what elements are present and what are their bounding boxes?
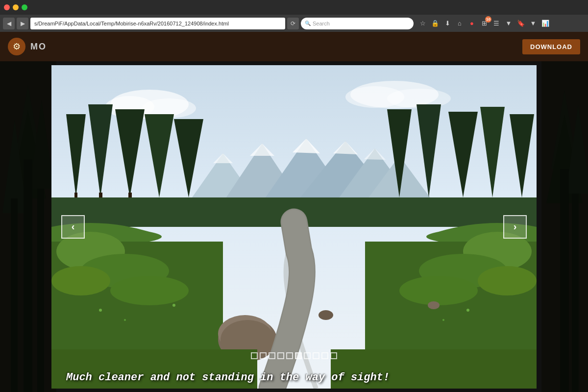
- window-maximize-btn[interactable]: [22, 4, 27, 10]
- carousel-next-button[interactable]: ›: [503, 215, 527, 239]
- toolbar-icons: ☆ 🔒 ⬇ ⌂ ● ⊞ 10 ☰ ▼ 🔖 ▼ 📊: [417, 18, 551, 29]
- download-arrow-icon[interactable]: ⬇: [442, 18, 453, 29]
- svg-point-66: [466, 309, 469, 312]
- svg-rect-6: [11, 198, 18, 392]
- app-title: MO: [30, 42, 47, 52]
- search-placeholder: Search: [313, 21, 330, 26]
- svg-rect-5: [24, 159, 32, 392]
- address-text: s/DreamPiF/AppData/Local/Temp/Mobirise-n…: [34, 21, 229, 26]
- address-bar[interactable]: s/DreamPiF/AppData/Local/Temp/Mobirise-n…: [30, 18, 285, 29]
- notification-badge[interactable]: ⊞ 10: [479, 18, 490, 29]
- dot-10[interactable]: [330, 352, 337, 359]
- side-panel-right: [541, 61, 588, 392]
- svg-rect-45: [128, 193, 132, 197]
- bookmark-icon[interactable]: 🔖: [515, 18, 526, 29]
- svg-point-62: [428, 301, 440, 309]
- prev-arrow-icon: ‹: [72, 221, 75, 232]
- next-arrow-icon: ›: [514, 221, 517, 232]
- notification-count: 10: [485, 16, 491, 23]
- svg-point-55: [399, 276, 478, 305]
- home-icon[interactable]: ⌂: [454, 18, 465, 29]
- app-header: ⚙ MO DOWNLOAD: [0, 32, 588, 61]
- back-button[interactable]: ◀: [3, 18, 15, 29]
- lock-icon[interactable]: 🔒: [430, 18, 441, 29]
- svg-point-61: [318, 310, 333, 320]
- browser-titlebar: [0, 0, 588, 15]
- svg-rect-43: [74, 193, 77, 197]
- dot-3[interactable]: [269, 352, 275, 359]
- app-logo: ⚙: [8, 38, 25, 55]
- window-close-btn[interactable]: [4, 4, 10, 10]
- svg-point-54: [478, 266, 537, 295]
- download-button[interactable]: DOWNLOAD: [522, 39, 580, 54]
- extra-icon-2[interactable]: ▼: [528, 18, 539, 29]
- svg-point-67: [442, 319, 444, 321]
- carousel-scene: [51, 65, 537, 389]
- svg-rect-44: [99, 193, 102, 197]
- dot-5[interactable]: [286, 352, 293, 359]
- extra-icon-1[interactable]: ▼: [503, 18, 514, 29]
- carousel-prev-button[interactable]: ‹: [61, 215, 85, 239]
- side-panel-left: [0, 61, 56, 392]
- dot-7[interactable]: [304, 352, 311, 359]
- dot-4[interactable]: [277, 352, 284, 359]
- dot-2[interactable]: [260, 352, 267, 359]
- main-content: ‹ › Much cleaner and not standing in the…: [0, 61, 588, 392]
- svg-point-64: [124, 319, 126, 321]
- search-icon: 🔍: [305, 21, 311, 26]
- search-bar[interactable]: 🔍 Search: [301, 18, 414, 29]
- svg-rect-13: [572, 194, 579, 392]
- svg-point-51: [110, 276, 189, 305]
- svg-point-50: [51, 266, 110, 295]
- window-minimize-btn[interactable]: [13, 4, 19, 10]
- stats-icon[interactable]: 📊: [540, 18, 551, 29]
- carousel-caption: Much cleaner and not standing in the way…: [66, 371, 522, 384]
- reload-button[interactable]: ⟳: [287, 18, 299, 29]
- forward-button[interactable]: ▶: [17, 18, 28, 29]
- dot-6[interactable]: [295, 352, 302, 359]
- dot-9[interactable]: [321, 352, 328, 359]
- carousel-dots: [251, 352, 337, 359]
- svg-rect-7: [37, 189, 44, 392]
- browser-toolbar: ◀ ▶ s/DreamPiF/AppData/Local/Temp/Mobiri…: [0, 15, 588, 32]
- menu-icon[interactable]: ☰: [491, 18, 502, 29]
- opera-icon[interactable]: ●: [466, 18, 477, 29]
- svg-rect-12: [560, 169, 569, 392]
- dot-1[interactable]: [251, 352, 258, 359]
- svg-point-65: [172, 304, 175, 307]
- star-icon[interactable]: ☆: [417, 18, 428, 29]
- carousel-container: ‹ › Much cleaner and not standing in the…: [51, 65, 537, 389]
- dot-8[interactable]: [313, 352, 319, 359]
- svg-point-63: [99, 309, 102, 312]
